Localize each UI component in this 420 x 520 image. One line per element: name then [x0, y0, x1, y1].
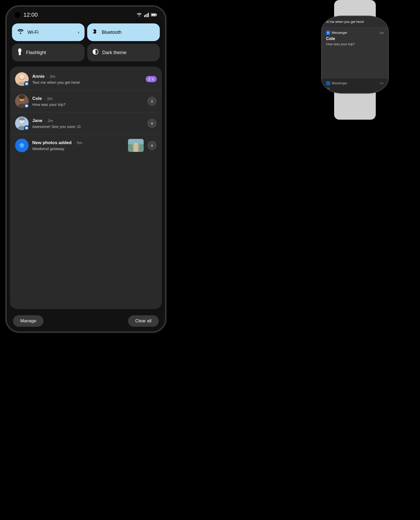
watch-notif-top: xt me when you get here! — [322, 16, 388, 28]
cole-message: How was your trip? — [32, 102, 144, 107]
jane-avatar-wrapper: 💬 — [15, 117, 29, 130]
jane-time: 2m — [48, 118, 53, 123]
notifications-panel: 💬 Annie · 2m Text me when you get here! … — [10, 67, 162, 309]
flashlight-tile[interactable]: Flashlight — [12, 44, 85, 61]
cole-expand-button[interactable]: ∨ — [147, 97, 157, 106]
annie-action[interactable]: 2 ∨ — [146, 76, 157, 82]
jane-sender: Jane — [32, 118, 42, 123]
darktheme-icon — [92, 49, 99, 56]
annie-dot: · — [47, 74, 48, 79]
jane-message: Awesome! See you soon :O — [32, 124, 144, 129]
photos-expand-button[interactable]: ∨ — [147, 141, 157, 150]
flashlight-label: Flashlight — [26, 50, 46, 55]
bluetooth-tile[interactable]: Bluetooth — [87, 23, 160, 41]
watch-bottom-time: 2m — [380, 82, 384, 85]
svg-marker-9 — [18, 49, 22, 52]
quick-tiles: Wi-Fi › Bluetooth — [7, 21, 165, 64]
chevron-down-jane-icon: ∨ — [151, 121, 153, 125]
cole-avatar-wrapper: 💬 — [15, 94, 29, 108]
photos-sender: New photos added — [32, 140, 72, 145]
watch-notification-time: 2m — [380, 31, 384, 34]
status-bar: 12:00 — [7, 7, 165, 21]
svg-rect-0 — [144, 15, 145, 17]
svg-rect-5 — [156, 14, 157, 15]
tiles-row-2: Flashlight Dark theme — [12, 44, 160, 61]
messenger-badge-cole-icon: 💬 — [25, 105, 28, 107]
svg-rect-2 — [147, 14, 148, 17]
smartwatch-device: xt me when you get here! Messenger — [311, 0, 399, 125]
svg-point-20 — [19, 95, 25, 99]
watch-sender: Cole — [326, 36, 384, 41]
jane-action[interactable]: ∨ — [147, 119, 157, 128]
notification-photos[interactable]: New photos added · 5m Weekend getaway — [10, 134, 162, 156]
annie-header: Annie · 2m — [32, 74, 142, 79]
cole-app-badge: 💬 — [24, 103, 29, 108]
darktheme-label: Dark theme — [102, 50, 126, 55]
svg-point-15 — [20, 75, 24, 79]
status-left: 12:00 — [15, 11, 38, 18]
chevron-down-cole-icon: ∨ — [151, 99, 153, 103]
notification-annie[interactable]: 💬 Annie · 2m Text me when you get here! … — [10, 68, 162, 90]
bottom-buttons: Manage Clear all — [7, 312, 165, 331]
wifi-icon — [17, 29, 24, 36]
watch-app-name: Messenger — [332, 31, 347, 35]
tiles-row-1: Wi-Fi › Bluetooth — [12, 23, 160, 41]
bluetooth-icon — [92, 28, 98, 36]
annie-avatar-wrapper: 💬 — [15, 72, 29, 86]
darktheme-tile[interactable]: Dark theme — [87, 44, 160, 61]
svg-rect-6 — [151, 14, 156, 16]
svg-rect-10 — [19, 52, 21, 55]
annie-time: 2m — [50, 74, 55, 79]
svg-rect-8 — [19, 48, 21, 49]
manage-button[interactable]: Manage — [13, 315, 43, 327]
chevron-down-photos-icon: ∨ — [151, 143, 153, 147]
jane-header: Jane · 2m — [32, 118, 144, 123]
bluetooth-label: Bluetooth — [102, 30, 122, 35]
annie-count-badge[interactable]: 2 ∨ — [146, 76, 157, 82]
watch-main-notification[interactable]: Messenger 2m Cole How was your trip? — [322, 28, 388, 78]
cole-dot: · — [44, 96, 45, 101]
watch-message: How was your trip? — [326, 42, 384, 46]
jane-notification-content: Jane · 2m Awesome! See you soon :O — [32, 118, 144, 129]
watch-case: xt me when you get here! Messenger — [321, 16, 389, 94]
signal-status-icon — [144, 12, 149, 17]
status-icons — [136, 12, 157, 17]
annie-sender: Annie — [32, 74, 44, 79]
cole-time: 2m — [47, 96, 53, 101]
notification-cole[interactable]: 💬 Cole · 2m How was your trip? ∨ — [10, 90, 162, 112]
wifi-tile[interactable]: Wi-Fi › — [12, 23, 85, 41]
photos-dot: · — [74, 140, 75, 145]
annie-notification-content: Annie · 2m Text me when you get here! — [32, 74, 142, 85]
photos-action: ∨ — [128, 139, 157, 152]
cole-header: Cole · 2m — [32, 96, 144, 101]
svg-rect-32 — [134, 143, 138, 152]
notification-jane[interactable]: 💬 Jane · 2m Awesome! See you soon :O ∨ — [10, 112, 162, 134]
cole-action[interactable]: ∨ — [147, 97, 157, 106]
svg-rect-34 — [327, 82, 329, 85]
cole-sender: Cole — [32, 96, 42, 101]
annie-app-badge: 💬 — [24, 81, 29, 86]
svg-point-25 — [19, 117, 25, 120]
watch-bottom-header: Messenger 2m — [326, 81, 384, 85]
phone-screen: 12:00 — [7, 7, 165, 331]
watch-bottom-app-name: Messenger — [332, 81, 347, 85]
wifi-arrow-icon: › — [78, 30, 79, 35]
camera-dot — [15, 12, 20, 18]
clear-all-button[interactable]: Clear all — [128, 315, 159, 327]
svg-rect-1 — [145, 14, 146, 17]
svg-point-7 — [20, 33, 21, 34]
watch-screen: xt me when you get here! Messenger — [322, 16, 388, 93]
messenger-badge-jane-icon: 💬 — [25, 127, 28, 130]
chevron-down-icon: ∨ — [151, 77, 154, 81]
photos-header: New photos added · 5m — [32, 140, 124, 145]
watch-top-message: xt me when you get here! — [326, 20, 384, 24]
jane-app-badge: 💬 — [24, 125, 29, 131]
annie-count: 2 — [148, 77, 150, 81]
watch-bottom-notification: Messenger 2m ne — [322, 78, 388, 93]
photos-message: Weekend getaway — [32, 146, 124, 151]
flashlight-icon — [17, 48, 22, 57]
jane-expand-button[interactable]: ∨ — [147, 119, 157, 128]
wifi-status-icon — [136, 12, 142, 17]
wifi-label: Wi-Fi — [28, 30, 39, 35]
photos-time: 5m — [77, 140, 82, 145]
